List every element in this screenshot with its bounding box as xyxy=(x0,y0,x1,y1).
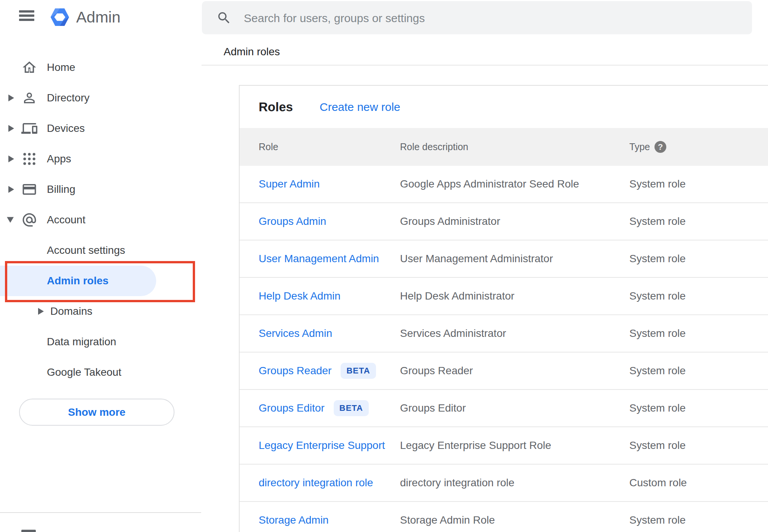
sidebar-item-label: Apps xyxy=(47,153,71,165)
card-header: Roles Create new role xyxy=(240,86,768,128)
search-bar[interactable] xyxy=(202,1,752,34)
breadcrumb: Admin roles xyxy=(224,46,280,58)
sidebar-item-home[interactable]: Home xyxy=(0,52,201,83)
roles-card: Roles Create new role Role Role descript… xyxy=(239,85,768,532)
sidebar-item-directory[interactable]: Directory xyxy=(0,83,201,113)
expand-arrow-icon[interactable] xyxy=(38,308,44,315)
expand-arrow-icon[interactable] xyxy=(8,186,14,193)
role-type: System role xyxy=(629,166,744,202)
apps-grid-icon xyxy=(21,151,37,167)
role-description: Help Desk Administrator xyxy=(400,278,625,314)
column-header-description: Role description xyxy=(400,128,468,166)
table-row: User Management Admin User Management Ad… xyxy=(240,240,768,278)
sidebar-item-label: Account xyxy=(47,214,85,226)
role-link[interactable]: Legacy Enterprise Support xyxy=(259,439,385,452)
show-more-button[interactable]: Show more xyxy=(19,399,174,426)
person-icon xyxy=(21,90,37,106)
hamburger-menu-icon[interactable] xyxy=(19,10,34,21)
role-description: User Management Administrator xyxy=(400,240,625,277)
table-row: Help Desk Admin Help Desk Administrator … xyxy=(240,278,768,315)
sidebar-item-label: Billing xyxy=(47,183,75,195)
table-row: directory integration role directory int… xyxy=(240,465,768,502)
table-row: Groups Reader BETA Groups Reader System … xyxy=(240,353,768,390)
search-input[interactable] xyxy=(243,1,740,35)
admin-console-screen: Admin Admin roles Home Directory xyxy=(0,0,768,532)
role-description: Services Administrator xyxy=(400,315,625,352)
card-title: Roles xyxy=(259,86,293,128)
sidebar-item-label: Google Takeout xyxy=(47,366,122,378)
role-link[interactable]: Help Desk Admin xyxy=(259,290,341,302)
role-description: Storage Admin Role xyxy=(400,502,625,532)
sidebar-item-account-settings[interactable]: Account settings xyxy=(0,235,201,266)
beta-badge: BETA xyxy=(334,400,369,416)
help-icon[interactable]: ? xyxy=(654,141,666,153)
role-description: Legacy Enterprise Support Role xyxy=(400,427,625,464)
table-header-row: Role Role description Type ? xyxy=(240,128,768,166)
google-admin-logo-icon[interactable] xyxy=(49,6,71,28)
role-link[interactable]: Groups Admin xyxy=(259,215,326,228)
expand-arrow-icon[interactable] xyxy=(8,125,14,132)
sidebar-item-data-migration[interactable]: Data migration xyxy=(0,327,201,357)
table-row: Storage Admin Storage Admin Role System … xyxy=(240,502,768,532)
credit-card-icon xyxy=(21,181,37,197)
collapse-arrow-icon[interactable] xyxy=(7,217,14,223)
at-sign-icon xyxy=(21,212,37,228)
home-icon xyxy=(21,59,37,75)
devices-icon xyxy=(21,120,37,136)
role-type: System role xyxy=(629,203,744,240)
sidebar-item-admin-roles[interactable]: Admin roles xyxy=(0,266,201,296)
role-description: Groups Administrator xyxy=(400,203,625,240)
sidebar-item-label: Data migration xyxy=(47,336,116,348)
role-type: System role xyxy=(629,278,744,314)
role-type: System role xyxy=(629,240,744,277)
sidebar-item-billing[interactable]: Billing xyxy=(0,174,201,205)
expand-arrow-icon[interactable] xyxy=(8,155,14,162)
role-link[interactable]: Groups Reader xyxy=(259,365,331,377)
sidebar-item-devices[interactable]: Devices xyxy=(0,113,201,144)
beta-badge: BETA xyxy=(341,363,376,379)
sidebar-item-apps[interactable]: Apps xyxy=(0,144,201,174)
sidebar-item-label: Devices xyxy=(47,122,85,135)
sidebar-item-domains[interactable]: Domains xyxy=(0,296,201,327)
role-description: Groups Editor xyxy=(400,390,625,426)
role-description: directory integration role xyxy=(400,465,625,501)
column-header-role: Role xyxy=(259,128,278,166)
table-row: Services Admin Services Administrator Sy… xyxy=(240,315,768,353)
sidebar-item-label: Admin roles xyxy=(47,275,109,287)
role-link[interactable]: Services Admin xyxy=(259,327,332,340)
role-link[interactable]: Super Admin xyxy=(259,178,320,190)
sidebar-item-label: Domains xyxy=(50,305,92,317)
role-type: System role xyxy=(629,390,744,426)
role-type: System role xyxy=(629,427,744,464)
role-link[interactable]: Groups Editor xyxy=(259,402,325,414)
header-divider xyxy=(202,65,768,66)
role-description: Groups Reader xyxy=(400,353,625,389)
role-link[interactable]: directory integration role xyxy=(259,477,373,489)
create-new-role-link[interactable]: Create new role xyxy=(320,86,400,128)
expand-arrow-icon[interactable] xyxy=(8,95,14,101)
sidebar-item-google-takeout[interactable]: Google Takeout xyxy=(0,357,201,388)
role-type: System role xyxy=(629,502,744,532)
role-type: Custom role xyxy=(629,465,744,501)
role-link[interactable]: User Management Admin xyxy=(259,253,379,265)
sidebar-item-account[interactable]: Account xyxy=(0,205,201,235)
sidebar-divider xyxy=(0,512,201,513)
table-row: Groups Editor BETA Groups Editor System … xyxy=(240,390,768,427)
table-row: Legacy Enterprise Support Legacy Enterpr… xyxy=(240,427,768,465)
sidebar-item-label: Home xyxy=(47,61,75,74)
column-header-type: Type xyxy=(629,128,650,166)
role-description: Google Apps Administrator Seed Role xyxy=(400,166,625,202)
sidebar-item-label: Directory xyxy=(47,92,90,104)
role-type: System role xyxy=(629,315,744,352)
search-icon xyxy=(216,10,232,26)
table-row: Groups Admin Groups Administrator System… xyxy=(240,203,768,240)
sidebar-item-label: Account settings xyxy=(47,244,125,256)
partial-sidebar-icon xyxy=(21,530,36,532)
table-row: Super Admin Google Apps Administrator Se… xyxy=(240,166,768,203)
product-name: Admin xyxy=(76,0,120,34)
role-link[interactable]: Storage Admin xyxy=(259,514,329,526)
role-type: System role xyxy=(629,353,744,389)
